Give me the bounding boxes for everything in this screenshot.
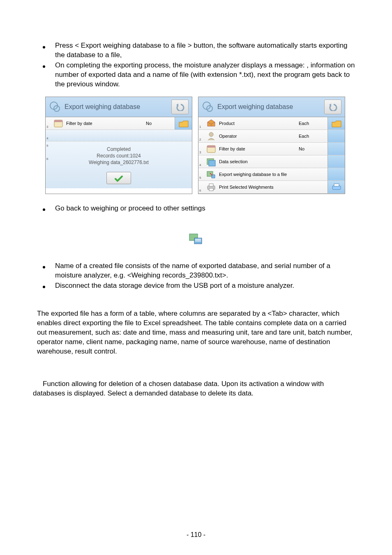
operator-icon bbox=[206, 131, 217, 141]
side-button[interactable] bbox=[175, 117, 192, 130]
row-number: 6 bbox=[46, 157, 48, 161]
bullet-dot-wrap bbox=[41, 61, 55, 89]
bullet-dot-wrap bbox=[41, 204, 55, 213]
bullet-list-lower: Name of a created file consists of the n… bbox=[37, 261, 355, 291]
bullet-text: Name of a created file consists of the n… bbox=[55, 261, 355, 280]
screenshot-left: Export weighing database 3 Filter by dat… bbox=[45, 97, 192, 194]
export-icon bbox=[189, 232, 203, 245]
ok-button[interactable] bbox=[106, 172, 131, 184]
product-icon bbox=[206, 118, 217, 129]
row-label: Export weighing database to a file bbox=[218, 169, 299, 179]
list-item: Name of a created file consists of the n… bbox=[41, 261, 355, 280]
screenshot-body: 1 Product Each 2 Operator Each 3 Filter … bbox=[198, 117, 345, 194]
list-item: On completing the exporting process, the… bbox=[41, 61, 355, 89]
row-number: 6 bbox=[198, 189, 204, 193]
side-button[interactable] bbox=[327, 168, 345, 180]
list-item: Disconnect the data storage device from … bbox=[41, 281, 355, 291]
svg-rect-3 bbox=[54, 120, 62, 122]
table-row[interactable]: 3 Filter by date No bbox=[46, 117, 192, 130]
export-icon bbox=[206, 169, 217, 180]
date-icon bbox=[53, 118, 64, 129]
bullet-text: Disconnect the data storage device from … bbox=[55, 281, 355, 291]
side-button[interactable] bbox=[327, 130, 345, 142]
row-number: 3 bbox=[198, 150, 204, 155]
row-number: 4 bbox=[46, 136, 51, 141]
list-item: Go back to weighing or proceed to other … bbox=[41, 204, 355, 213]
table-row[interactable]: 1 Product Each bbox=[198, 117, 345, 130]
page-number: - 110 - bbox=[0, 531, 392, 539]
side-button[interactable] bbox=[327, 181, 345, 193]
side-button[interactable] bbox=[327, 143, 345, 155]
svg-rect-14 bbox=[209, 188, 213, 191]
table-row[interactable]: 6 Print Selected Weighments bbox=[198, 181, 345, 194]
completion-dialog: 5 6 Completed Records count:1024 Weighin… bbox=[46, 141, 192, 188]
row-label: Data selection bbox=[218, 157, 299, 166]
row-label: Filter by date bbox=[218, 144, 299, 154]
row-number: 5 bbox=[198, 176, 204, 180]
empty-row: 4 bbox=[46, 130, 192, 141]
side-button[interactable] bbox=[327, 117, 345, 130]
bullet-dot-wrap bbox=[41, 41, 55, 60]
row-number: 3 bbox=[46, 125, 51, 130]
back-button[interactable] bbox=[324, 99, 341, 114]
svg-rect-10 bbox=[209, 160, 215, 166]
screenshot-title: Export weighing database bbox=[65, 103, 171, 111]
svg-rect-20 bbox=[195, 240, 201, 241]
list-item: Press < Export weighing database to a fi… bbox=[41, 41, 355, 60]
data-icon bbox=[206, 156, 217, 167]
table-row[interactable]: 4 Data selection bbox=[198, 155, 345, 168]
back-button[interactable] bbox=[171, 99, 189, 114]
row-value: No bbox=[299, 146, 327, 151]
svg-rect-19 bbox=[195, 239, 201, 240]
paragraph: Function allowing for deletion of a chos… bbox=[33, 379, 355, 398]
bullet-text: Go back to weighing or proceed to other … bbox=[55, 204, 355, 213]
screenshot-right: Export weighing database 1 Product Each … bbox=[198, 97, 345, 194]
row-number: 4 bbox=[198, 163, 204, 168]
row-label: Operator bbox=[218, 131, 299, 141]
row-number: 2 bbox=[198, 138, 204, 142]
gear-icon bbox=[202, 101, 214, 113]
row-value: Each bbox=[299, 134, 327, 139]
svg-point-6 bbox=[209, 132, 213, 136]
row-value: No bbox=[146, 121, 175, 126]
screenshot-row: Export weighing database 3 Filter by dat… bbox=[45, 97, 355, 194]
gear-icon bbox=[49, 101, 61, 113]
side-button[interactable] bbox=[327, 155, 345, 168]
dialog-line: Completed bbox=[50, 146, 188, 152]
table-row[interactable]: 2 Operator Each bbox=[198, 130, 345, 143]
bullet-text: Press < Export weighing database to a fi… bbox=[55, 41, 355, 60]
screenshot-header: Export weighing database bbox=[46, 97, 192, 117]
row-value: Each bbox=[299, 121, 327, 126]
row-label: Filter by date bbox=[65, 118, 146, 128]
bullet-dot-wrap bbox=[41, 261, 55, 280]
paragraph: The exported file has a form of a table,… bbox=[37, 309, 355, 356]
bullet-list-top: Press < Export weighing database to a fi… bbox=[37, 41, 355, 89]
screenshot-body: 3 Filter by date No 4 5 6 Completed Reco… bbox=[46, 117, 192, 188]
dialog-line: Weighing data_2602776.txt bbox=[50, 160, 188, 165]
svg-rect-8 bbox=[207, 146, 215, 148]
bullet-list-mid: Go back to weighing or proceed to other … bbox=[37, 204, 355, 213]
bullet-text: On completing the exporting process, the… bbox=[55, 61, 355, 89]
table-row[interactable]: 3 Filter by date No bbox=[198, 143, 345, 155]
table-row[interactable]: 5 Export weighing database to a file bbox=[198, 168, 345, 181]
print-icon bbox=[206, 182, 217, 192]
row-number: 1 bbox=[198, 125, 204, 130]
screenshot-title: Export weighing database bbox=[217, 103, 324, 111]
screenshot-header: Export weighing database bbox=[198, 97, 345, 117]
svg-rect-16 bbox=[334, 184, 339, 186]
svg-rect-13 bbox=[209, 184, 213, 186]
dialog-line: Records count:1024 bbox=[50, 153, 188, 159]
row-label: Product bbox=[218, 118, 299, 128]
row-label: Print Selected Weighments bbox=[218, 182, 299, 192]
center-icon-wrap bbox=[37, 232, 355, 247]
date-icon bbox=[206, 143, 217, 154]
row-number: 5 bbox=[46, 144, 48, 148]
bullet-dot-wrap bbox=[41, 281, 55, 291]
